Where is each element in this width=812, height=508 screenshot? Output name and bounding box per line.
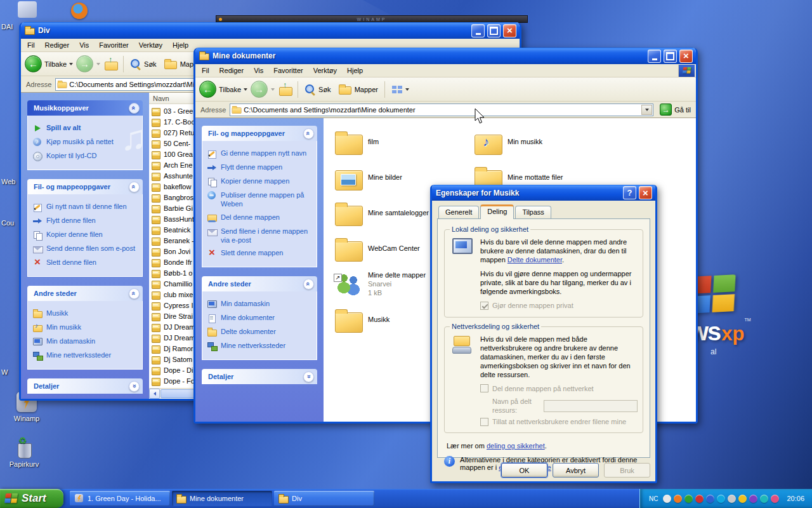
- maximize-button[interactable]: [487, 24, 501, 37]
- dialog-titlebar[interactable]: Egenskaper for Musikk: [432, 185, 655, 201]
- chevron-up-icon[interactable]: [303, 279, 314, 290]
- menu-item[interactable]: Vis: [74, 39, 94, 51]
- chevron-up-icon[interactable]: [129, 182, 140, 192]
- panel-file-header[interactable]: Fil- og mappeoppgaver: [27, 179, 143, 194]
- menu-item[interactable]: Favoritter: [268, 65, 308, 76]
- language-indicator[interactable]: NC: [649, 495, 658, 502]
- maximize-button[interactable]: [664, 50, 677, 63]
- panel-music-header[interactable]: Musikkoppgaver: [27, 100, 143, 116]
- views-button[interactable]: [390, 84, 411, 94]
- task-link[interactable]: Kopier denne mappen: [207, 177, 314, 187]
- panel-other-header[interactable]: Andre steder: [27, 286, 143, 301]
- tray-icon[interactable]: [695, 495, 704, 503]
- panel-details-header[interactable]: Detaljer: [27, 378, 143, 394]
- clock[interactable]: 20:06: [787, 495, 804, 502]
- start-button[interactable]: Start: [0, 489, 63, 508]
- tab[interactable]: Generelt: [438, 206, 479, 218]
- tray-icon[interactable]: [749, 495, 757, 503]
- tray-icon[interactable]: [674, 495, 682, 503]
- minimize-button[interactable]: [648, 50, 661, 63]
- apply-button[interactable]: Bruk: [604, 463, 650, 478]
- place-link[interactable]: Mine nettverkssteder: [33, 351, 140, 361]
- back-button[interactable]: Tilbake: [199, 81, 247, 98]
- chevron-up-icon[interactable]: [303, 128, 314, 139]
- help-button[interactable]: [623, 186, 636, 199]
- task-link[interactable]: Kjøp musikk på nettet: [33, 137, 140, 147]
- search-button[interactable]: Søk: [303, 84, 333, 95]
- place-link[interactable]: Min datamaskin: [207, 299, 314, 309]
- taskbar-task-button[interactable]: Div: [274, 491, 374, 506]
- task-link[interactable]: Flytt denne filen: [33, 216, 140, 226]
- tray-icon[interactable]: [663, 495, 671, 503]
- learn-more-link[interactable]: deling og sikkerhet: [487, 442, 545, 450]
- address-field[interactable]: C:\Documents and Settings\mozzdart\Mine …: [230, 104, 653, 116]
- firefox-icon[interactable]: [71, 3, 88, 19]
- tray-icon[interactable]: [760, 495, 768, 503]
- menu-item[interactable]: Rediger: [40, 39, 75, 51]
- task-link[interactable]: Flytt denne mappen: [207, 163, 314, 173]
- menu-item[interactable]: Favoritter: [94, 39, 133, 51]
- chevron-up-icon[interactable]: [129, 103, 140, 114]
- tab[interactable]: Deling: [480, 204, 514, 219]
- desktop-icon-partial[interactable]: [18, 1, 37, 18]
- share-on-network-checkbox[interactable]: [480, 384, 488, 392]
- task-link[interactable]: Publiser denne mappen på Weben: [207, 190, 314, 209]
- forward-button[interactable]: [76, 55, 93, 72]
- close-button[interactable]: [679, 50, 693, 63]
- folder-tile[interactable]: film: [331, 124, 467, 160]
- folder-tile[interactable]: Min musikk: [471, 124, 606, 160]
- tray-icon[interactable]: [684, 495, 693, 503]
- tray-icon[interactable]: [771, 495, 779, 503]
- place-link[interactable]: Mine nettverkssteder: [207, 341, 314, 351]
- menu-item[interactable]: Verktøy: [134, 39, 167, 51]
- go-button[interactable]: Gå til: [657, 104, 693, 116]
- task-link[interactable]: Kopier denne filen: [33, 230, 140, 240]
- taskbar-task-button[interactable]: 1. Green Day - Holida...: [70, 491, 170, 506]
- menu-item[interactable]: Verktøy: [308, 65, 342, 76]
- menu-item[interactable]: Hjelp: [167, 39, 193, 51]
- task-link[interactable]: Slett denne mappen: [207, 248, 314, 258]
- ok-button[interactable]: OK: [501, 463, 547, 478]
- scroll-left-button[interactable]: [149, 389, 160, 399]
- task-link[interactable]: Send filene i denne mappen via e-post: [207, 227, 314, 245]
- taskbar-task-button[interactable]: Mine dokumenter: [172, 491, 272, 506]
- menu-item[interactable]: Rediger: [214, 65, 249, 76]
- menu-item[interactable]: Fil: [197, 65, 214, 76]
- up-button[interactable]: [103, 57, 119, 71]
- place-link[interactable]: Mine dokumenter: [207, 313, 314, 323]
- minimize-button[interactable]: [471, 24, 485, 37]
- place-link[interactable]: Delte dokumenter: [207, 327, 314, 337]
- chevron-up-icon[interactable]: [129, 288, 140, 299]
- tray-icon[interactable]: [717, 495, 725, 503]
- allow-change-checkbox[interactable]: [480, 418, 488, 426]
- close-button[interactable]: [639, 186, 652, 199]
- chevron-down-icon[interactable]: [303, 371, 314, 382]
- panel-file-header[interactable]: Fil- og mappeoppgaver: [202, 126, 317, 141]
- task-link[interactable]: Del denne mappen: [207, 213, 314, 223]
- task-link[interactable]: Kopier til lyd-CD: [33, 151, 140, 161]
- cancel-button[interactable]: Avbryt: [553, 463, 599, 478]
- folders-button[interactable]: Mapper: [336, 84, 380, 95]
- forward-dropdown-icon[interactable]: [96, 63, 100, 65]
- task-link[interactable]: Spill av alt: [33, 123, 140, 133]
- tray-icon[interactable]: [706, 495, 714, 503]
- task-link[interactable]: Gi denne mappen nytt navn: [207, 149, 314, 159]
- forward-dropdown-icon[interactable]: [271, 88, 275, 91]
- panel-details-header[interactable]: Detaljer: [202, 369, 317, 384]
- chevron-down-icon[interactable]: [129, 381, 140, 392]
- task-link[interactable]: Send denne filen som e-post: [33, 244, 140, 254]
- window-docs-titlebar[interactable]: Mine dokumenter: [195, 48, 696, 64]
- menu-item[interactable]: Vis: [249, 65, 268, 76]
- window-div-titlebar[interactable]: Div: [21, 22, 520, 39]
- tray-icon[interactable]: [728, 495, 736, 503]
- menu-item[interactable]: Hjelp: [342, 65, 368, 76]
- tray-icon[interactable]: [738, 495, 747, 503]
- make-private-checkbox[interactable]: [480, 302, 488, 310]
- place-link[interactable]: Min datamaskin: [33, 337, 140, 347]
- menu-item[interactable]: Fil: [22, 39, 40, 51]
- back-dropdown-icon[interactable]: [244, 88, 247, 91]
- back-dropdown-icon[interactable]: [69, 63, 73, 65]
- panel-other-header[interactable]: Andre steder: [202, 276, 317, 291]
- task-link[interactable]: Gi nytt navn til denne filen: [33, 202, 140, 212]
- task-link[interactable]: Slett denne filen: [33, 258, 140, 268]
